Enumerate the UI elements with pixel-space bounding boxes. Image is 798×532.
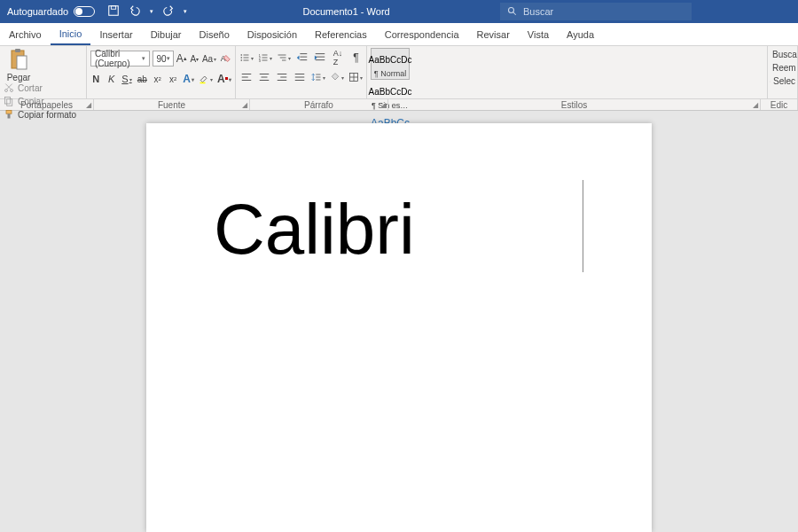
tab-inicio[interactable]: Inicio: [51, 23, 91, 45]
save-icon[interactable]: [107, 4, 120, 19]
toggle-off-icon: [74, 6, 95, 17]
dialog-launcher-icon[interactable]: ◢: [753, 101, 758, 109]
paste-button[interactable]: Pegar: [4, 48, 34, 82]
svg-rect-16: [200, 82, 206, 84]
tab-dibujar[interactable]: Dibujar: [142, 23, 191, 45]
undo-icon[interactable]: [129, 4, 141, 19]
bold-button[interactable]: N: [90, 72, 101, 86]
clear-formatting-button[interactable]: A: [219, 51, 231, 66]
find-button[interactable]: Busca: [770, 48, 795, 61]
undo-dropdown-icon[interactable]: ▾: [150, 8, 153, 15]
editing-group-label: Edic: [761, 99, 798, 110]
multilevel-list-button[interactable]: ▾: [277, 51, 291, 65]
tab-diseño[interactable]: Diseño: [191, 23, 239, 45]
svg-text:3: 3: [259, 59, 261, 63]
dialog-launcher-icon[interactable]: ◢: [380, 101, 386, 109]
text-effects-button[interactable]: A▾: [183, 72, 194, 86]
show-marks-button[interactable]: ¶: [349, 51, 363, 65]
tab-insertar[interactable]: Insertar: [90, 23, 141, 45]
redo-icon[interactable]: [162, 4, 175, 19]
tab-disposición[interactable]: Disposición: [239, 23, 306, 45]
ribbon-group-labels: Portapapeles◢ Fuente◢ Párrafo◢ Estilos◢ …: [0, 99, 798, 111]
paragraph-group: ▾ 123▾ ▾ A↓Z ¶ ▾ ▾ ▾: [236, 46, 367, 98]
paragraph-group-label: Párrafo◢: [250, 99, 388, 110]
search-box[interactable]: Buscar: [500, 3, 692, 20]
svg-rect-5: [15, 49, 20, 52]
style---normal[interactable]: AaBbCcDc¶ Normal: [371, 48, 410, 80]
numbering-button[interactable]: 123▾: [258, 51, 272, 65]
tab-revisar[interactable]: Revisar: [468, 23, 519, 45]
sort-button[interactable]: A↓Z: [332, 51, 345, 65]
svg-point-19: [241, 57, 243, 59]
svg-point-21: [241, 59, 243, 61]
font-size-combo[interactable]: 90▾: [153, 51, 173, 66]
cut-button[interactable]: Cortar: [4, 82, 82, 93]
svg-rect-13: [6, 111, 12, 114]
highlight-button[interactable]: ▾: [199, 72, 213, 86]
paste-label: Pegar: [7, 73, 31, 82]
align-right-button[interactable]: [276, 70, 289, 84]
justify-button[interactable]: [293, 70, 307, 84]
document-body-text[interactable]: Calibri: [214, 194, 584, 265]
underline-button[interactable]: S▾: [121, 72, 132, 86]
tab-correspondencia[interactable]: Correspondencia: [376, 23, 468, 45]
styles-group: AaBbCcDc¶ NormalAaBbCcDc¶ Sin espa...AaB…: [367, 46, 768, 98]
font-color-button[interactable]: A▾: [217, 72, 231, 86]
strikethrough-button[interactable]: ab: [137, 72, 147, 86]
format-painter-button[interactable]: Copiar formato: [4, 109, 82, 120]
search-icon: [507, 6, 518, 17]
svg-point-8: [11, 90, 13, 92]
page[interactable]: Calibri: [146, 123, 652, 532]
replace-button[interactable]: Reem: [770, 61, 795, 74]
scissors-icon: [4, 82, 14, 93]
editing-group: Busca Reem Selec: [768, 46, 798, 98]
window-title: Documento1 - Word: [192, 6, 500, 17]
italic-button[interactable]: K: [106, 72, 116, 86]
autosave-label: Autoguardado: [7, 6, 68, 17]
grow-font-button[interactable]: A▴: [176, 51, 187, 66]
svg-point-17: [241, 54, 243, 56]
qat-customize-icon[interactable]: ▾: [184, 8, 187, 15]
svg-rect-6: [17, 56, 27, 69]
change-case-button[interactable]: Aa▾: [202, 51, 216, 66]
font-group: Calibri (Cuerpo)▾ 90▾ A▴ A▾ Aa▾ A N K S▾…: [87, 46, 236, 98]
text-cursor: [583, 180, 583, 272]
line-spacing-button[interactable]: ▾: [311, 70, 325, 84]
shrink-font-button[interactable]: A▾: [190, 51, 200, 66]
title-bar: Autoguardado ▾ ▾ Documento1 - Word Busca…: [0, 0, 798, 23]
document-canvas[interactable]: Calibri: [0, 111, 798, 532]
increase-indent-button[interactable]: [313, 51, 326, 65]
svg-rect-1: [112, 6, 116, 10]
tab-vista[interactable]: Vista: [519, 23, 558, 45]
clipboard-group-label: Portapapeles◢: [0, 99, 94, 110]
paste-icon: [9, 48, 28, 71]
select-button[interactable]: Selec: [770, 74, 795, 88]
tab-archivo[interactable]: Archivo: [0, 23, 51, 45]
tab-ayuda[interactable]: Ayuda: [558, 23, 603, 45]
svg-point-2: [509, 8, 514, 13]
align-left-button[interactable]: [239, 70, 253, 84]
autosave-toggle[interactable]: Autoguardado: [0, 6, 102, 17]
align-center-button[interactable]: [257, 70, 270, 84]
superscript-button[interactable]: x2: [168, 72, 178, 86]
decrease-indent-button[interactable]: [295, 51, 309, 65]
dialog-launcher-icon[interactable]: ◢: [86, 101, 91, 109]
clipboard-group: Pegar Cortar Copiar Copiar formato: [0, 46, 87, 98]
shading-button[interactable]: ▾: [330, 70, 344, 84]
borders-button[interactable]: ▾: [348, 70, 363, 84]
svg-line-9: [7, 84, 12, 90]
tab-referencias[interactable]: Referencias: [306, 23, 376, 45]
brush-icon: [4, 109, 14, 120]
svg-rect-14: [8, 113, 11, 118]
search-placeholder: Buscar: [523, 6, 553, 17]
svg-line-10: [5, 84, 11, 90]
svg-line-3: [513, 12, 516, 15]
subscript-button[interactable]: x2: [153, 72, 163, 86]
chevron-down-icon: ▾: [167, 55, 170, 62]
bullets-button[interactable]: ▾: [239, 51, 254, 65]
font-name-combo[interactable]: Calibri (Cuerpo)▾: [90, 51, 150, 66]
svg-point-7: [5, 90, 8, 92]
dialog-launcher-icon[interactable]: ◢: [242, 101, 247, 109]
cursor-icon: [770, 77, 771, 86]
styles-group-label: Estilos◢: [388, 99, 761, 110]
